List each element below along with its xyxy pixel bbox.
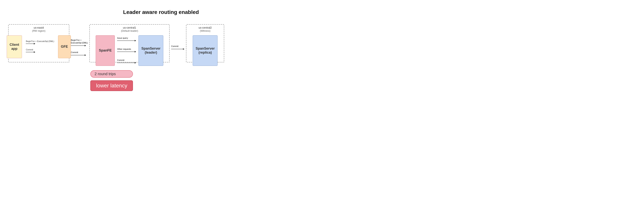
svg-marker-7: [84, 54, 86, 56]
svg-marker-3: [34, 51, 35, 53]
svg-marker-13: [135, 62, 136, 64]
round-trips-badge: 2 round trips: [90, 70, 133, 78]
svg-marker-5: [84, 45, 86, 46]
gfe-box: GFE: [58, 35, 71, 58]
arrow-gfe-spanfe-top-icon: [71, 44, 86, 47]
spanfe-server-arrows: Issue query Other requests: [116, 35, 137, 66]
client-gfe-arrow-bottom: Commit: [26, 48, 35, 53]
lower-latency-badge: lower latency: [90, 80, 133, 91]
region-central2: us-central2 (Witness) SpanServer(replica…: [186, 24, 224, 62]
svg-marker-15: [183, 48, 184, 50]
diagram-area: us-east4 (RW region) Clientapp BeginTxn …: [8, 20, 314, 91]
arrow-server-replica-icon: [171, 48, 184, 50]
client-gfe-arrow-top: BeginTxn + ExecuteSql (DML): [26, 40, 54, 45]
server-replica-arrow: Commit: [170, 29, 186, 67]
arrow-client-gfe-top-icon: [26, 42, 35, 45]
gfe-to-spanfe-arrows: BeginTxn + ExecuteSql (DML) Commit: [69, 39, 90, 56]
region-east4: us-east4 (RW region) Clientapp BeginTxn …: [8, 24, 69, 62]
regions-row: us-east4 (RW region) Clientapp BeginTxn …: [8, 20, 314, 67]
arrow-spanfe-server-top-icon: [117, 39, 136, 42]
svg-marker-1: [34, 43, 35, 44]
arrow-client-gfe-bottom-icon: [26, 51, 35, 53]
svg-marker-9: [135, 40, 136, 41]
region-east4-label: us-east4 (RW region): [32, 26, 46, 32]
svg-marker-11: [135, 51, 136, 52]
client-app-box: Clientapp: [7, 35, 22, 58]
spanfe-box: SpanFE: [96, 35, 115, 66]
page-title: Leader aware routing enabled: [8, 9, 314, 15]
region-central1: us-central1 (Default leader) SpanFE Issu…: [90, 24, 170, 62]
badges-area: 2 round trips lower latency: [90, 70, 133, 91]
arrow-gfe-spanfe-bottom-icon: [71, 54, 86, 56]
region-central1-label: us-central1 (Default leader): [121, 26, 138, 32]
region-central2-label: us-central2 (Witness): [198, 26, 212, 32]
arrow-spanfe-server-mid-icon: [117, 50, 136, 53]
spanserver-replica-box: SpanServer(replica): [193, 35, 218, 66]
page-container: Leader aware routing enabled us-east4 (R…: [8, 9, 314, 91]
arrow-spanfe-server-bottom-icon: [117, 61, 136, 64]
spanserver-leader-box: SpanServer(leader): [138, 35, 163, 66]
